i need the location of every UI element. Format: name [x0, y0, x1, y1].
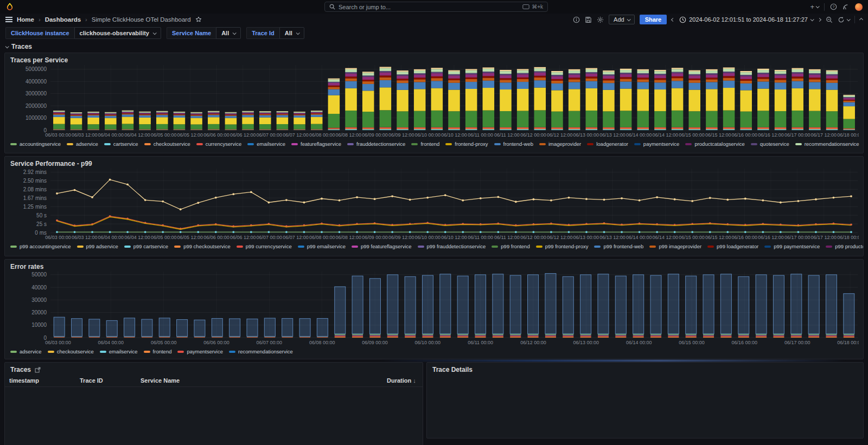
- legend-item[interactable]: p99 adservice: [77, 243, 118, 249]
- svg-text:06/04 00:00: 06/04 00:00: [98, 340, 124, 345]
- news-icon[interactable]: [843, 3, 850, 10]
- clock-icon: [679, 16, 686, 23]
- variable-label: ClickHouse instance: [5, 27, 74, 39]
- legend-item[interactable]: p99 productcatalogservice: [826, 243, 863, 249]
- svg-text:06/08 00:00: 06/08 00:00: [309, 235, 335, 240]
- new-menu-button[interactable]: +: [810, 3, 819, 11]
- legend-item[interactable]: frontend-proxy: [445, 141, 488, 147]
- legend-item[interactable]: p99 paymentservice: [764, 243, 820, 249]
- col-header-duration[interactable]: Duration ↓: [382, 375, 423, 387]
- panel-links-icon[interactable]: [35, 367, 41, 373]
- legend-item[interactable]: adservice: [10, 349, 42, 354]
- service-performance-chart[interactable]: 0 ms25 s50 s1.25 mins1.67 mins2.08 mins2…: [5, 169, 863, 243]
- legend-item[interactable]: imageprovider: [539, 141, 581, 147]
- avatar[interactable]: [855, 3, 863, 11]
- legend-item[interactable]: paymentservice: [177, 349, 223, 354]
- time-forward-icon[interactable]: [818, 18, 821, 21]
- legend-item[interactable]: p99 frontend-web: [594, 243, 643, 249]
- legend-item[interactable]: productcatalogservice: [685, 141, 744, 147]
- legend-item[interactable]: p99 frauddetectionservice: [418, 243, 486, 249]
- col-header-trace-id[interactable]: Trace ID: [75, 375, 136, 387]
- panel-title[interactable]: Service Performance - p99: [5, 157, 863, 169]
- variable-value-dropdown[interactable]: All: [279, 27, 304, 39]
- legend-item[interactable]: cartservice: [104, 141, 138, 147]
- service-performance-legend: p99 accountingservicep99 adservicep99 ca…: [5, 243, 863, 249]
- legend-item[interactable]: featureflagservice: [291, 141, 341, 147]
- panel-title[interactable]: Traces per Service: [5, 53, 863, 65]
- legend-item[interactable]: p99 featureflagservice: [352, 243, 411, 249]
- add-button[interactable]: Add: [609, 15, 635, 24]
- svg-text:06/07 00:00: 06/07 00:00: [257, 235, 283, 240]
- legend-item[interactable]: checkoutservice: [144, 141, 190, 147]
- svg-text:06/13 12:00: 06/13 12:00: [599, 132, 626, 138]
- legend-item[interactable]: p99 accountingservice: [10, 243, 71, 249]
- panel-title[interactable]: Trace Details: [427, 363, 863, 375]
- legend-item[interactable]: recommendationservice: [795, 141, 859, 147]
- svg-text:06/14 00:00: 06/14 00:00: [626, 340, 652, 345]
- legend-item[interactable]: emailservice: [100, 349, 138, 354]
- legend-item[interactable]: paymentservice: [634, 141, 680, 147]
- legend-item[interactable]: frauddetectionservice: [347, 141, 405, 147]
- chevron-down-icon: [5, 44, 9, 48]
- svg-text:06/04 12:00: 06/04 12:00: [124, 235, 150, 240]
- dashboard-insights-icon[interactable]: [573, 16, 580, 23]
- col-header-timestamp[interactable]: timestamp: [5, 375, 75, 387]
- collapse-toolbar-icon[interactable]: [860, 18, 863, 21]
- legend-item[interactable]: currencyservice: [196, 141, 242, 147]
- refresh-icon[interactable]: [838, 16, 850, 23]
- legend-item[interactable]: p99 loadgenerator: [707, 243, 758, 249]
- legend-item[interactable]: checkoutservice: [48, 349, 94, 354]
- section-traces[interactable]: Traces: [5, 43, 32, 50]
- help-icon[interactable]: ?: [830, 3, 837, 10]
- legend-item[interactable]: recommendationservice: [229, 349, 293, 354]
- legend-item[interactable]: p99 emailservice: [298, 243, 346, 249]
- legend-chip: [237, 246, 243, 248]
- legend-item[interactable]: loadgenerator: [587, 141, 628, 147]
- variable-value-dropdown[interactable]: clickhouse-observability: [74, 27, 161, 39]
- legend-item[interactable]: frontend-web: [494, 141, 533, 147]
- save-icon[interactable]: [585, 16, 592, 23]
- svg-text:06/17 00:00: 06/17 00:00: [784, 235, 810, 240]
- settings-gear-icon[interactable]: [597, 16, 604, 23]
- svg-text:06/07 12:00: 06/07 12:00: [283, 235, 309, 240]
- time-range-picker[interactable]: 2024-06-02 12:01:51 to 2024-06-18 11:27:…: [679, 16, 813, 23]
- legend-item[interactable]: p99 frontend: [492, 243, 529, 249]
- breadcrumb-home[interactable]: Home: [17, 16, 34, 23]
- traces-per-service-legend: accountingserviceadservicecartserviceche…: [5, 140, 863, 147]
- col-header-service-name[interactable]: Service Name: [136, 375, 194, 387]
- breadcrumb-dashboards[interactable]: Dashboards: [45, 16, 81, 23]
- svg-text:06/16 00:00: 06/16 00:00: [732, 340, 758, 345]
- svg-text:10000: 10000: [31, 322, 47, 328]
- legend-chip: [124, 246, 131, 248]
- legend-item[interactable]: p99 cartservice: [124, 243, 168, 249]
- chevron-down-icon: [810, 17, 814, 21]
- svg-text:06/15 12:00: 06/15 12:00: [705, 235, 731, 240]
- svg-text:50000: 50000: [31, 272, 47, 278]
- legend-item[interactable]: p99 imageprovider: [649, 243, 701, 249]
- legend-item[interactable]: p99 currencyservice: [237, 243, 292, 249]
- zoom-out-icon[interactable]: [826, 16, 833, 23]
- share-button[interactable]: Share: [640, 15, 667, 24]
- search-input[interactable]: Search or jump to... ⌘+k: [324, 2, 548, 12]
- legend-item[interactable]: p99 frontend-proxy: [536, 243, 589, 249]
- svg-text:2.92 mins: 2.92 mins: [23, 169, 47, 175]
- legend-item[interactable]: p99 checkoutservice: [174, 243, 231, 249]
- panel-title[interactable]: Error rates: [5, 260, 863, 272]
- traces-per-service-chart[interactable]: 01000000200000030000004000000500000006/0…: [5, 65, 863, 140]
- panel-title[interactable]: Traces: [10, 366, 31, 373]
- time-back-icon[interactable]: [672, 18, 674, 21]
- legend-item[interactable]: quoteservice: [751, 141, 789, 147]
- legend-item[interactable]: emailservice: [247, 141, 285, 147]
- variable-value-dropdown[interactable]: All: [216, 27, 241, 39]
- svg-text:2.50 mins: 2.50 mins: [23, 178, 47, 184]
- favorite-star-icon[interactable]: [195, 16, 202, 23]
- error-rates-chart[interactable]: 0100002000030000400005000006/03 00:0006/…: [5, 272, 863, 348]
- mega-menu-icon[interactable]: [5, 17, 12, 22]
- grafana-logo[interactable]: [5, 3, 14, 11]
- legend-item[interactable]: adservice: [67, 141, 98, 147]
- svg-text:2.08 mins: 2.08 mins: [23, 186, 47, 192]
- legend-item[interactable]: frontend: [411, 141, 439, 147]
- legend-item[interactable]: frontend: [144, 349, 172, 354]
- legend-item[interactable]: accountingservice: [10, 141, 61, 147]
- legend-chip: [100, 351, 106, 353]
